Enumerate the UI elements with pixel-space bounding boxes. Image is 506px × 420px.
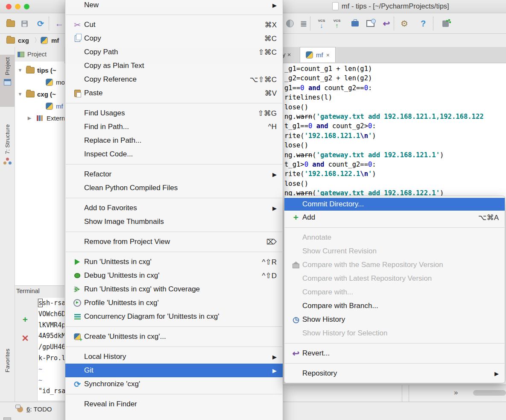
arrow-glyph: ↓ [320, 23, 323, 28]
menu-item-find-usages[interactable]: Find Usages⇧⌘G [65, 106, 283, 120]
synchronize-icon: ⟳ [73, 379, 82, 389]
menu-item-cut[interactable]: ✂Cut⌘X [65, 18, 283, 32]
zoom-button[interactable] [24, 4, 29, 9]
open-folder-icon[interactable] [5, 18, 16, 29]
menu-item-compare-with-branch[interactable]: Compare with Branch... [284, 299, 505, 313]
menu-separator [66, 394, 282, 394]
menu-item-label: Cut [84, 21, 255, 29]
debug-icon [73, 271, 82, 280]
breadcrumb-item-cxg[interactable]: cxg〉 [6, 35, 41, 45]
menu-item-copy-reference[interactable]: Copy Reference⌥⇧⌘C [65, 73, 283, 86]
menu-item-git[interactable]: Git▶ [65, 364, 283, 377]
tree-expander-icon[interactable]: ▼ [17, 68, 23, 73]
add-session-button[interactable]: + [20, 315, 30, 324]
pie-chart-icon[interactable] [284, 18, 295, 29]
menu-item-copy-path[interactable]: Copy Path⇧⌘C [65, 45, 283, 59]
horizontal-scrollbar[interactable] [473, 390, 506, 396]
menu-item-revert[interactable]: ↩Revert... [284, 347, 505, 360]
menu-item-show-current-revision: Show Current Revision [284, 244, 505, 258]
toolwindow-tab-7-structure[interactable]: 7: Structure [0, 122, 15, 182]
recent-changes-icon[interactable] [365, 18, 376, 29]
vcs-update-icon[interactable]: VCS↓ [316, 18, 327, 29]
menu-item-label: Show History for Selection [302, 329, 499, 338]
menu-item-profile-unittests-in-cxg[interactable]: Profile 'Unittests in cxg' [65, 296, 283, 310]
menu-item-concurrency-diagram-for-unittests-in-cxg[interactable]: Concurrency Diagram for 'Unittests in cx… [65, 310, 283, 323]
todo-toolwindow-button[interactable]: 6: TODO [17, 405, 52, 413]
menu-item-compare-with-latest-repository-version: Compare with Latest Repository Version [284, 272, 505, 285]
terminal-panel-title[interactable]: Terminal [16, 288, 40, 294]
menu-item-new[interactable]: New▶ [65, 0, 283, 12]
menu-item-replace-in-path[interactable]: Replace in Path... [65, 134, 283, 147]
panel-splitter[interactable] [409, 385, 409, 402]
menu-item-add[interactable]: +Add⌥⌘A [284, 211, 505, 224]
code-line: lose() [284, 141, 506, 150]
menu-item-debug-unittests-in-cxg[interactable]: Debug 'Unittests in cxg'^⇧D [65, 269, 283, 282]
menu-item-repository[interactable]: Repository▶ [284, 367, 505, 380]
menu-item-copy[interactable]: Copy⌘C [65, 32, 283, 45]
todo-icon [17, 406, 23, 412]
synchronize-icon-glyph: ⟳ [36, 19, 45, 28]
code-line: rite('192.168.122.1\n') [284, 169, 506, 179]
menu-item-reveal-in-finder[interactable]: Reveal in Finder [65, 397, 283, 411]
menu-item-local-history[interactable]: Local History▶ [65, 350, 283, 364]
shelf-icon-glyph [350, 19, 360, 28]
menu-item-label: Reveal in Finder [84, 400, 277, 408]
menu-item-paste[interactable]: Paste⌘V [65, 86, 283, 100]
menu-item-refactor[interactable]: Refactor▶ [65, 167, 283, 181]
tree-expander-icon[interactable]: ▶ [26, 115, 33, 121]
menu-item-clean-python-compiled-files[interactable]: Clean Python Compiled Files [65, 181, 283, 195]
back-arrow-icon[interactable]: ← [54, 18, 65, 29]
tab-close-icon[interactable]: × [326, 52, 330, 59]
menu-item-show-image-thumbnails[interactable]: Show Image Thumbnails [65, 215, 283, 229]
menu-separator [66, 232, 282, 232]
menu-separator [66, 164, 282, 164]
tab-overflow-chevron[interactable]: » [454, 388, 458, 397]
plugin-icon[interactable] [440, 18, 451, 29]
vcs-commit-icon[interactable]: VCS↑ [331, 18, 342, 29]
toolwindow-tab-project[interactable]: Project [0, 55, 15, 107]
menu-item-add-to-favorites[interactable]: Add to Favorites▶ [65, 201, 283, 215]
menu-separator [285, 227, 504, 228]
menu-separator [66, 198, 282, 198]
shelf-icon[interactable] [349, 18, 360, 29]
menu-item-inspect-code[interactable]: Inspect Code... [65, 147, 283, 161]
synchronize-icon[interactable]: ⟳ [35, 18, 46, 29]
history-icon: ◷ [291, 315, 301, 324]
menu-item-show-history[interactable]: ◷Show History [284, 313, 505, 326]
menu-item-remove-from-project-view[interactable]: Remove from Project View⌦ [65, 235, 283, 249]
code-line: lose() [284, 179, 506, 188]
menu-item-find-in-path[interactable]: Find in Path...^H [65, 120, 283, 134]
project-tool-icon [3, 77, 12, 87]
minimize-button[interactable] [15, 4, 20, 9]
menu-item-synchronize-cxg[interactable]: ⟳Synchronize 'cxg' [65, 377, 283, 391]
todo-label: 6: TODO [26, 405, 52, 413]
toolwindow-tab-favorites[interactable]: Favorites [0, 346, 15, 402]
menu-item-run-unittests-in-cxg-with-coverage[interactable]: Run 'Unittests in cxg' with Coverage [65, 282, 283, 296]
undo-icon[interactable]: ↩ [381, 18, 392, 29]
code-line: g1==0 and count_g2==0: [284, 83, 506, 93]
folder-icon [26, 89, 35, 99]
help-icon[interactable]: ? [418, 18, 429, 29]
toolwindow-toggle-icon[interactable] [3, 417, 11, 420]
panel-splitter[interactable] [402, 385, 402, 402]
menu-item-commit-directory[interactable]: Commit Directory... [284, 198, 505, 211]
python-file-icon [44, 101, 54, 111]
menu-separator [66, 326, 282, 327]
menu-item-label: Compare with Branch... [302, 302, 499, 310]
document-icon [332, 2, 339, 10]
save-all-icon[interactable] [19, 18, 30, 29]
tab-mf[interactable]: mf × [300, 47, 336, 62]
menu-item-shortcut: ⌘C [264, 34, 277, 43]
settings-icon[interactable]: ⚙ [399, 18, 410, 29]
menu-item-label: Copy Path [84, 48, 249, 56]
folder-icon [26, 65, 35, 75]
copy-icon [73, 34, 82, 43]
menu-item-create-unittests-in-cxg[interactable]: Create 'Unittests in cxg'... [65, 330, 283, 344]
tree-expander-icon[interactable]: ▼ [17, 91, 23, 97]
menu-item-copy-as-plain-text[interactable]: Copy as Plain Text [65, 59, 283, 73]
close-button[interactable] [6, 4, 12, 9]
menu-item-run-unittests-in-cxg[interactable]: Run 'Unittests in cxg'^⇧R [65, 255, 283, 269]
tab-gateway-partial[interactable]: y × [282, 51, 291, 58]
close-session-button[interactable]: ✕ [20, 334, 30, 343]
run-configurations-icon[interactable]: ≣ [298, 18, 309, 29]
